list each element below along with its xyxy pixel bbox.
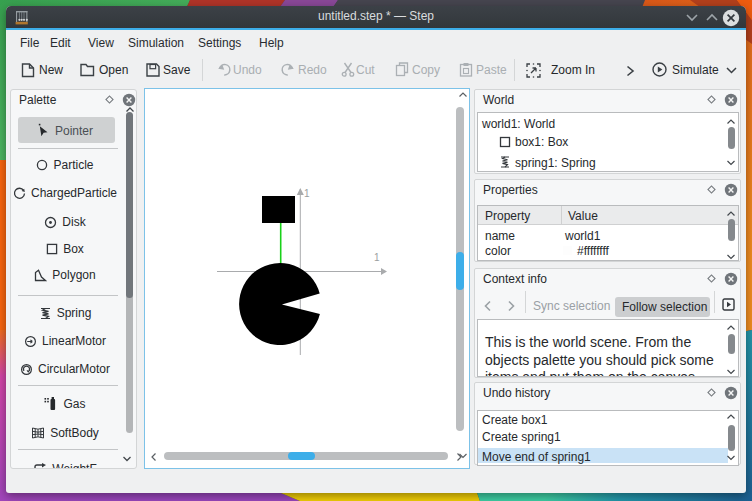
svg-text:1: 1 bbox=[374, 252, 380, 263]
svg-text:1: 1 bbox=[304, 188, 310, 199]
